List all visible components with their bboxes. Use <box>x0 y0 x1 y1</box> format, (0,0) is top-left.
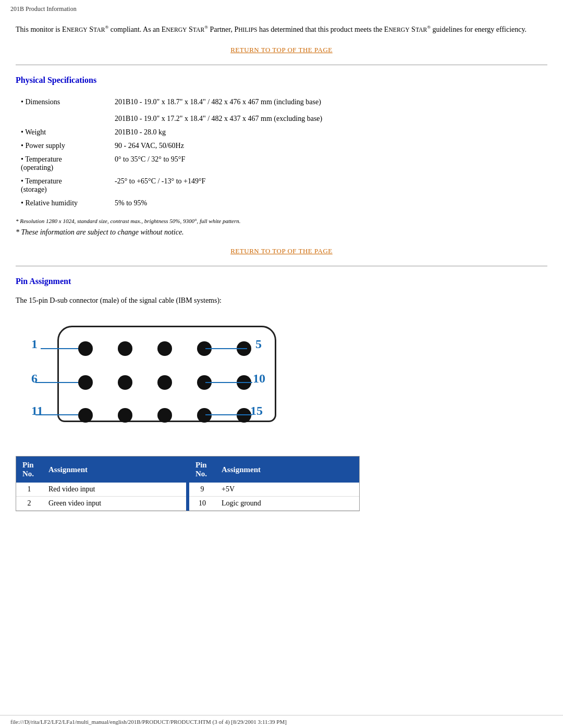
pin-no-header-right: PinNo. <box>189 456 215 483</box>
pin-dot <box>157 341 172 356</box>
table-row: 2 Green video input <box>16 497 186 511</box>
table-row: 10 Logic ground <box>189 497 359 511</box>
specs-label-temp-storage: • Temperature(storage) <box>16 175 109 196</box>
pin-table-right: PinNo. Assignment 9 +5V 10 Logic ground <box>189 456 359 511</box>
pin-dot <box>197 408 212 423</box>
pin-assignment-table-container: PinNo. Assignment 1 Red video input 2 Gr… <box>16 456 360 511</box>
specs-value-dimensions: 201B10 - 19.0" x 18.7" x 18.4" / 482 x 4… <box>109 95 547 126</box>
pin-table-left: PinNo. Assignment 1 Red video input 2 Gr… <box>16 456 186 511</box>
table-row: 9 +5V <box>189 483 359 497</box>
footnote-2: * These information are subject to chang… <box>16 228 547 237</box>
specs-value-temp-storage: -25° to +65°C / -13° to +149°F <box>109 175 547 196</box>
divider-2 <box>16 266 547 266</box>
pin-assignment-value: Logic ground <box>215 497 359 511</box>
footer-text: file:///D|/rita/LF2/LF2/LFa1/multi_manua… <box>10 719 287 725</box>
table-row: 1 Red video input <box>16 483 186 497</box>
pin-assignment-section: Pin Assignment The 15-pin D-sub connecto… <box>16 277 547 511</box>
specs-label-weight: • Weight <box>16 126 109 139</box>
specs-row-power: • Power supply 90 - 264 VAC, 50/60Hz <box>16 139 547 153</box>
specs-row-dimensions: • Dimensions 201B10 - 19.0" x 18.7" x 18… <box>16 95 547 126</box>
return-to-top-link-1[interactable]: RETURN TO TOP OF THE PAGE <box>230 46 333 54</box>
page-title: 201B Product Information <box>10 5 77 13</box>
specs-row-temp-operating: • Temperature(operating) 0° to 35°C / 32… <box>16 153 547 175</box>
pin-description: The 15-pin D-sub connector (male) of the… <box>16 297 547 305</box>
specs-label-temp-operating: • Temperature(operating) <box>16 153 109 175</box>
specs-value-power: 90 - 264 VAC, 50/60Hz <box>109 139 547 153</box>
pin-assignment-value: +5V <box>215 483 359 497</box>
footnote-1: * Resolution 1280 x 1024, standard size,… <box>16 218 547 224</box>
divider-1 <box>16 65 547 65</box>
specs-value-humidity: 5% to 95% <box>109 196 547 210</box>
pin-dot <box>157 408 172 423</box>
specs-table: • Dimensions 201B10 - 19.0" x 18.7" x 18… <box>16 95 547 210</box>
pin-label-11: 11 <box>31 404 43 418</box>
pin-dot <box>157 375 172 390</box>
specs-row-weight: • Weight 201B10 - 28.0 kg <box>16 126 547 139</box>
energy-star-text: This monitor is ENERGY STAR® compliant. … <box>16 23 547 35</box>
pin-label-15: 15 <box>250 404 263 418</box>
physical-specs-section: Physical Specifications • Dimensions 201… <box>16 76 547 237</box>
energy-star-section: This monitor is ENERGY STAR® compliant. … <box>16 23 547 35</box>
assignment-header-left: Assignment <box>42 456 186 483</box>
specs-value-temp-operating: 0° to 35°C / 32° to 95°F <box>109 153 547 175</box>
pin-number: 1 <box>16 483 42 497</box>
pin-dot <box>118 408 132 423</box>
pin-label-1: 1 <box>31 337 38 351</box>
pin-number: 10 <box>189 497 215 511</box>
pin-label-10: 10 <box>253 372 265 386</box>
specs-value-weight: 201B10 - 28.0 kg <box>109 126 547 139</box>
return-link-2: RETURN TO TOP OF THE PAGE <box>16 247 547 255</box>
pin-label-5: 5 <box>255 337 262 351</box>
pin-assignment-title: Pin Assignment <box>16 277 547 286</box>
page-footer: file:///D|/rita/LF2/LF2/LFa1/multi_manua… <box>0 715 563 728</box>
pin-dot <box>118 375 132 390</box>
pin-number: 9 <box>189 483 215 497</box>
pin-dot <box>237 408 251 423</box>
pin-label-6: 6 <box>31 372 38 386</box>
physical-specs-title: Physical Specifications <box>16 76 547 85</box>
specs-label-dimensions: • Dimensions <box>16 95 109 126</box>
specs-label-power: • Power supply <box>16 139 109 153</box>
pin-number: 2 <box>16 497 42 511</box>
pin-dot <box>78 375 93 390</box>
connector-diagram: 1 5 6 10 11 15 <box>31 315 302 440</box>
specs-row-humidity: • Relative humidity 5% to 95% <box>16 196 547 210</box>
specs-label-humidity: • Relative humidity <box>16 196 109 210</box>
pin-assignment-value: Green video input <box>42 497 186 511</box>
pin-dot <box>78 408 93 423</box>
specs-row-temp-storage: • Temperature(storage) -25° to +65°C / -… <box>16 175 547 196</box>
return-link-1: RETURN TO TOP OF THE PAGE <box>16 46 547 54</box>
pin-dot <box>118 341 132 356</box>
return-to-top-link-2[interactable]: RETURN TO TOP OF THE PAGE <box>230 247 333 255</box>
pin-assignment-value: Red video input <box>42 483 186 497</box>
page-header: 201B Product Information <box>0 0 563 18</box>
pin-no-header-left: PinNo. <box>16 456 42 483</box>
pin-dot <box>78 341 93 356</box>
assignment-header-right: Assignment <box>215 456 359 483</box>
